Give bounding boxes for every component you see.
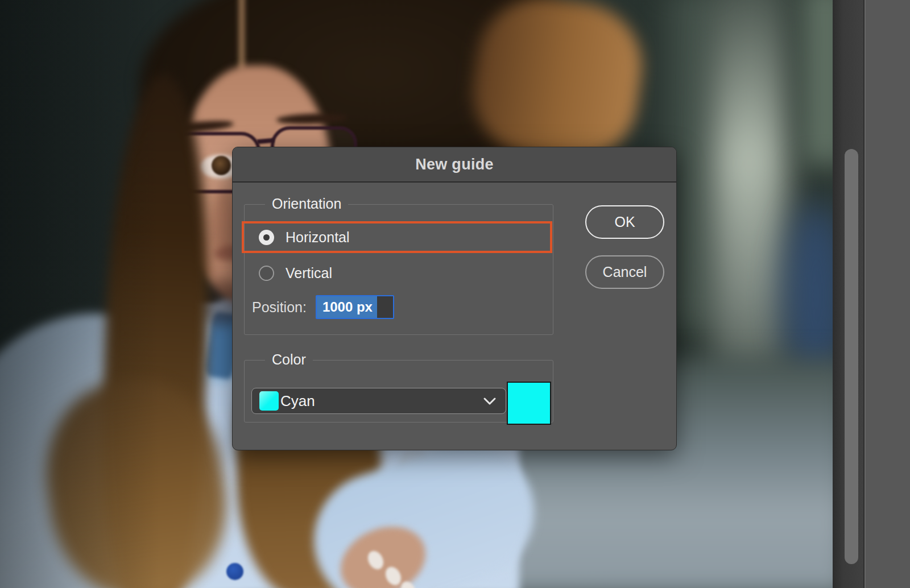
new-guide-dialog: New guide Orientation Horizontal Vertica… (232, 147, 677, 450)
scrollbar-track[interactable] (833, 0, 863, 588)
dialog-title: New guide (415, 156, 494, 173)
cancel-button-label: Cancel (603, 264, 647, 280)
photo-hair-part (239, 0, 245, 71)
position-value-selected-text: 1000 px (317, 296, 377, 318)
photo-shirt-button (226, 563, 243, 580)
dialog-titlebar[interactable]: New guide (233, 147, 676, 183)
photoshop-canvas: New guide Orientation Horizontal Vertica… (0, 0, 910, 588)
cancel-button[interactable]: Cancel (585, 255, 664, 289)
radio-row-horizontal[interactable]: Horizontal (242, 221, 552, 253)
photo-vignette (0, 0, 159, 588)
color-dropdown-swatch (259, 391, 279, 411)
position-row: Position: 1000 px (252, 294, 394, 320)
radio-vertical-unselected[interactable] (259, 266, 274, 281)
scrollbar-thumb[interactable] (845, 149, 858, 564)
chevron-down-icon (483, 397, 497, 406)
position-input-empty-area (377, 296, 393, 318)
right-panel (863, 0, 910, 588)
position-label: Position: (252, 299, 307, 316)
radio-vertical-label: Vertical (286, 265, 332, 281)
position-input[interactable]: 1000 px (316, 295, 394, 319)
color-legend: Color (265, 351, 313, 368)
orientation-legend: Orientation (265, 196, 348, 212)
color-dropdown-value: Cyan (280, 392, 315, 410)
radio-row-vertical[interactable]: Vertical (259, 263, 332, 283)
radio-horizontal-label: Horizontal (286, 229, 350, 246)
color-dropdown[interactable]: Cyan (251, 388, 506, 414)
photo-bokeh-glow (803, 0, 833, 165)
ok-button-label: OK (614, 214, 635, 230)
ok-button[interactable]: OK (585, 205, 664, 239)
color-preview-swatch (507, 382, 551, 425)
radio-horizontal-selected[interactable] (259, 230, 274, 245)
